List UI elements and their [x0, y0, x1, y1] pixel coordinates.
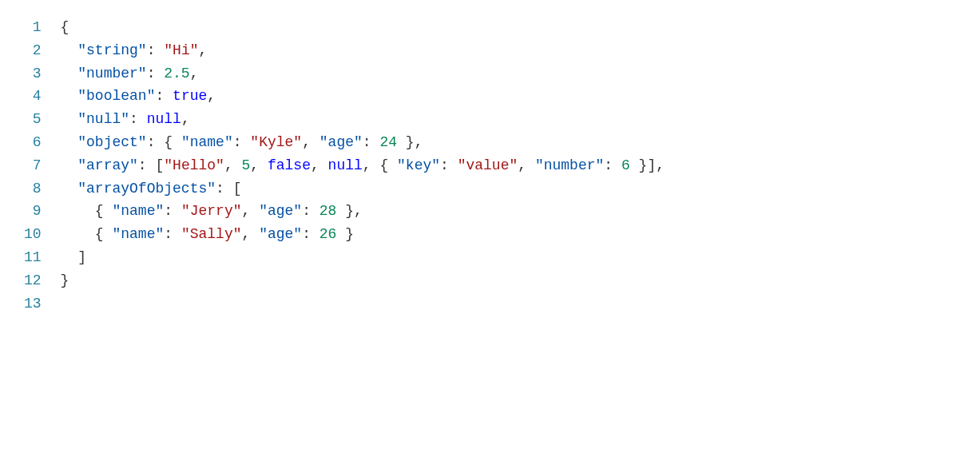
code-line[interactable]: { "name": "Jerry", "age": 28 },	[61, 200, 665, 223]
json-string: "value"	[458, 157, 518, 173]
json-key: "age"	[259, 226, 302, 242]
comma: ,	[190, 66, 199, 81]
comma: ,	[224, 157, 242, 173]
bracket-open: [	[155, 157, 164, 173]
indent	[61, 134, 78, 150]
code-line[interactable]: "object": { "name": "Kyle", "age": 24 },	[61, 131, 665, 154]
brace-close: }	[336, 203, 354, 219]
comma: ,	[656, 157, 665, 173]
brace-open: {	[61, 19, 69, 35]
json-key: "name"	[112, 203, 164, 219]
json-key: "name"	[112, 226, 164, 242]
brace-close: }	[397, 134, 415, 150]
json-number: 6	[621, 157, 630, 173]
comma: ,	[518, 157, 535, 173]
brace-close: }	[61, 272, 69, 288]
json-number: 26	[319, 226, 337, 242]
colon: :	[363, 134, 380, 150]
code-line[interactable]: "null": null,	[61, 108, 665, 131]
code-line[interactable]: "string": "Hi",	[61, 39, 665, 62]
code-line[interactable]: "array": ["Hello", 5, false, null, { "ke…	[61, 154, 665, 177]
line-number: 11	[24, 246, 42, 269]
indent	[61, 249, 78, 265]
line-number: 4	[24, 85, 42, 108]
brace-open: {	[379, 157, 397, 173]
comma: ,	[181, 111, 190, 127]
json-key: "age"	[259, 203, 302, 219]
indent	[61, 42, 78, 58]
json-number: 5	[242, 157, 251, 173]
indent	[61, 157, 78, 173]
json-string: "Jerry"	[181, 203, 242, 219]
json-key: "arrayOfObjects"	[77, 181, 216, 197]
indent	[61, 111, 78, 127]
code-line[interactable]: {	[61, 16, 665, 39]
json-number: 24	[379, 134, 397, 150]
comma: ,	[242, 226, 260, 242]
json-key: "boolean"	[77, 88, 155, 104]
line-number: 7	[24, 154, 42, 177]
code-line[interactable]: "number": 2.5,	[61, 62, 665, 85]
brace-open: {	[164, 134, 181, 150]
code-editor[interactable]: 1 2 3 4 5 6 7 8 9 10 11 12 13 { "string"…	[24, 16, 956, 315]
bracket-open: [	[233, 181, 242, 197]
colon: :	[604, 157, 621, 173]
colon: :	[147, 134, 165, 150]
line-number-gutter: 1 2 3 4 5 6 7 8 9 10 11 12 13	[24, 16, 61, 315]
comma: ,	[311, 157, 328, 173]
comma: ,	[242, 203, 260, 219]
line-number: 12	[24, 269, 42, 292]
colon: :	[155, 88, 173, 104]
json-key: "number"	[535, 157, 604, 173]
brace-close: }	[336, 226, 354, 242]
indent	[61, 181, 78, 197]
code-content[interactable]: { "string": "Hi", "number": 2.5, "boolea…	[61, 16, 665, 315]
json-string: "Kyle"	[250, 134, 302, 150]
indent	[61, 203, 95, 219]
brace-close: }	[630, 157, 648, 173]
code-line[interactable]: "boolean": true,	[61, 85, 665, 108]
json-keyword: false	[268, 157, 311, 173]
json-key: "string"	[77, 42, 146, 58]
comma: ,	[354, 203, 363, 219]
json-key: "name"	[181, 134, 233, 150]
indent	[61, 88, 78, 104]
brace-open: {	[95, 226, 113, 242]
json-key: "key"	[397, 157, 440, 173]
bracket-close: ]	[647, 157, 656, 173]
json-number: 2.5	[164, 66, 189, 81]
line-number: 6	[24, 131, 42, 154]
line-number: 5	[24, 108, 42, 131]
code-line[interactable]: "arrayOfObjects": [	[61, 177, 665, 201]
comma: ,	[415, 134, 423, 150]
colon: :	[216, 181, 233, 197]
brace-open: {	[95, 203, 113, 219]
colon: :	[147, 66, 165, 81]
code-line[interactable]	[61, 292, 665, 316]
line-number: 1	[24, 16, 42, 39]
colon: :	[302, 203, 319, 219]
code-line[interactable]: { "name": "Sally", "age": 26 }	[61, 223, 665, 246]
json-key: "age"	[319, 134, 363, 150]
line-number: 3	[24, 62, 42, 85]
line-number: 8	[24, 177, 42, 201]
colon: :	[147, 42, 165, 58]
line-number: 13	[24, 292, 42, 316]
blank	[61, 296, 69, 312]
json-number: 28	[319, 203, 337, 219]
json-key: "number"	[77, 66, 146, 81]
code-line[interactable]: ]	[61, 246, 665, 269]
json-keyword: null	[328, 157, 363, 173]
json-string: "Hi"	[164, 42, 198, 58]
colon: :	[302, 226, 319, 242]
comma: ,	[207, 88, 216, 104]
json-keyword: true	[173, 88, 207, 104]
indent	[61, 66, 78, 81]
line-number: 2	[24, 39, 42, 62]
code-line[interactable]: }	[61, 269, 665, 292]
json-keyword: null	[147, 111, 181, 127]
comma: ,	[363, 157, 380, 173]
json-key: "null"	[77, 111, 129, 127]
json-key: "object"	[77, 134, 146, 150]
json-key: "array"	[77, 157, 138, 173]
